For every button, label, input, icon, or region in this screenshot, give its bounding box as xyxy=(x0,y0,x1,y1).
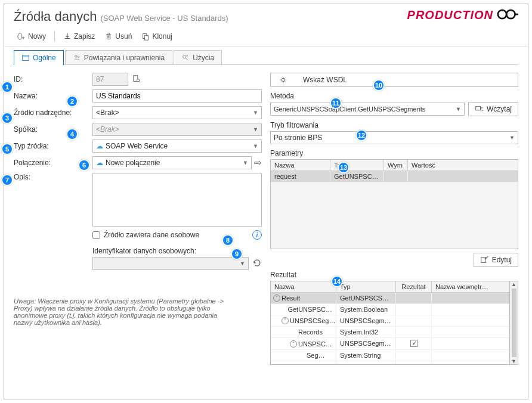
desc-textarea[interactable] xyxy=(92,173,262,227)
table-row[interactable]: request GetUNSPSCSe… xyxy=(271,171,518,182)
callout-badge: 3 xyxy=(1,112,13,124)
svg-line-14 xyxy=(139,81,140,82)
company-label: Spółka: xyxy=(14,125,92,134)
svg-point-1 xyxy=(506,10,515,18)
gear-icon xyxy=(279,76,287,84)
chevron-down-icon: ▼ xyxy=(240,261,245,266)
result-grid[interactable]: Nazwa Typ Rezultat Nazwa wewnętr… ˅Resul… xyxy=(270,281,510,365)
cloud-icon: ☁ xyxy=(96,142,103,150)
table-row[interactable]: RecordsSystem.Int32 xyxy=(271,327,509,338)
production-logo-icon xyxy=(497,8,518,23)
table-row[interactable]: GetUNSPSC…System.Boolean xyxy=(271,304,509,315)
page-title: Źródła danych xyxy=(14,9,97,24)
refresh-icon[interactable] xyxy=(252,258,262,269)
gdpr-id-select: ▼ xyxy=(92,257,249,270)
connection-select[interactable]: ☁Nowe połączenie ▼ xyxy=(92,156,252,169)
callout-badge: 7 xyxy=(1,174,13,186)
tab-assoc[interactable]: Powiązania i uprawnienia xyxy=(65,50,172,65)
production-badge: PRODUCTION xyxy=(407,8,518,23)
callout-badge: 14 xyxy=(331,275,343,287)
callout-badge: 1 xyxy=(1,81,13,93)
new-button[interactable]: Nowy xyxy=(14,30,50,42)
params-grid[interactable]: Nazwa Typ Wym Wartość request GetUNSPSCS… xyxy=(270,159,518,249)
table-row[interactable]: ˅UNSPSCSeg…UNSPSCSegm… xyxy=(271,315,509,327)
new-icon xyxy=(17,32,26,41)
svg-point-13 xyxy=(137,79,139,81)
params-col-name: Nazwa xyxy=(271,160,330,170)
scroll-down-icon[interactable]: ▼ xyxy=(511,358,516,364)
params-col-req: Wym xyxy=(384,160,408,170)
tab-general[interactable]: Ogólne xyxy=(14,50,64,65)
name-label: Nazwa: xyxy=(14,92,92,100)
table-row[interactable]: ˅UNSPSC…UNSPSCSegm… xyxy=(271,338,509,350)
parent-label: Źródło nadrzędne: xyxy=(14,108,92,117)
result-label: Rezultat xyxy=(270,271,518,279)
trash-icon xyxy=(104,32,113,41)
type-label: Typ źródła: xyxy=(14,142,92,150)
params-col-value: Wartość xyxy=(408,160,518,170)
callout-badge: 11 xyxy=(330,97,342,109)
method-label: Metoda xyxy=(270,92,518,100)
gdpr-checkbox[interactable] xyxy=(92,231,100,239)
save-button[interactable]: Zapisz xyxy=(60,30,98,42)
tab-usage[interactable]: Użycia xyxy=(174,50,222,65)
svg-point-0 xyxy=(498,10,506,18)
svg-point-8 xyxy=(75,55,77,58)
delete-button[interactable]: Usuń xyxy=(101,30,135,42)
result-col-type: Typ xyxy=(336,281,396,292)
chevron-down-icon: ▼ xyxy=(253,126,258,132)
wsdl-button[interactable]: Wskaż WSDL xyxy=(270,73,518,87)
info-icon[interactable]: i xyxy=(252,230,262,240)
callout-badge: 8 xyxy=(222,234,234,246)
tree-toggle-icon[interactable]: ˅ xyxy=(273,294,280,302)
edit-icon xyxy=(480,256,488,264)
params-label: Parametry xyxy=(270,149,518,157)
parent-select[interactable]: <Brak> ▼ xyxy=(92,106,262,119)
name-input[interactable] xyxy=(92,89,262,103)
callout-badge: 10 xyxy=(373,79,385,91)
load-button[interactable]: Wczytaj xyxy=(468,102,518,116)
table-row[interactable]: SanSuntana Staian xyxy=(271,361,509,364)
edit-button[interactable]: Edytuj xyxy=(474,253,518,267)
gdpr-checkbox-label[interactable]: Źródło zawiera dane osobowe xyxy=(92,231,199,239)
id-label: ID: xyxy=(14,75,92,83)
desc-label: Opis: xyxy=(14,173,92,181)
svg-point-9 xyxy=(78,56,79,58)
proxy-note: Uwaga: Włączenie proxy w Konfiguracji sy… xyxy=(14,294,237,330)
svg-rect-16 xyxy=(476,107,481,110)
toolbar: Nowy Zapisz Usuń Klonuj xyxy=(4,27,528,46)
tabs: Ogólne Powiązania i uprawnienia Użycia xyxy=(4,46,528,65)
scroll-up-icon[interactable]: ▲ xyxy=(511,281,516,287)
callout-badge: 5 xyxy=(1,143,13,155)
table-row[interactable]: Seg…System.String xyxy=(271,350,509,361)
result-col-name: Nazwa xyxy=(271,281,336,292)
svg-rect-17 xyxy=(481,258,485,263)
method-select[interactable]: GenericUNSPSCSoapClient.GetUNSPSCSegment… xyxy=(270,103,465,116)
tree-toggle-icon[interactable]: ˅ xyxy=(290,340,297,348)
goto-connection-icon[interactable]: ⇨ xyxy=(254,157,262,168)
chevron-down-icon: ▼ xyxy=(243,160,248,166)
cloud-icon: ☁ xyxy=(96,159,103,167)
save-icon xyxy=(63,32,72,41)
result-col-result: Rezultat xyxy=(396,281,432,292)
callout-badge: 6 xyxy=(78,159,90,171)
clone-button[interactable]: Klonuj xyxy=(138,30,175,42)
id-input xyxy=(92,73,128,86)
type-select[interactable]: ☁SOAP Web Service ▼ xyxy=(92,140,262,153)
reload-icon xyxy=(475,105,483,113)
svg-point-15 xyxy=(282,78,284,81)
result-scrollbar[interactable]: ▲ ▼ xyxy=(510,281,518,365)
checkbox-checked-icon xyxy=(410,340,417,347)
table-row[interactable]: ˅ResultGetUNSPSCS… xyxy=(271,293,509,304)
company-select: <Brak> ▼ xyxy=(92,123,262,136)
callout-badge: 13 xyxy=(338,162,349,173)
chevron-down-icon: ▼ xyxy=(253,143,258,149)
svg-point-3 xyxy=(18,33,22,40)
svg-point-11 xyxy=(187,55,188,57)
id-lookup-icon[interactable] xyxy=(131,75,143,85)
tree-toggle-icon[interactable]: ˅ xyxy=(282,317,289,324)
callout-badge: 2 xyxy=(66,95,78,107)
chevron-down-icon: ▼ xyxy=(509,135,515,141)
svg-rect-5 xyxy=(145,35,149,40)
filter-select[interactable]: Po stronie BPS ▼ xyxy=(270,131,518,144)
